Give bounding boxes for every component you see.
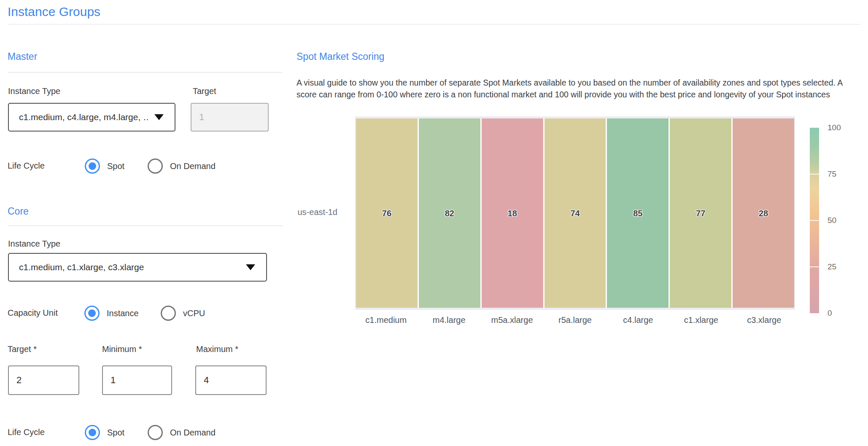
core-instance-type-select[interactable]: c1.medium, c1.xlarge, c3.xlarge — [8, 253, 267, 282]
core-life-cycle-option-spot[interactable]: Spot — [85, 425, 124, 440]
core-section-heading: Core — [8, 205, 29, 218]
heatmap-x-label: c3.xlarge — [733, 315, 795, 325]
heatmap-x-label: m5a.xlarge — [481, 315, 543, 325]
colorbar-tick-label: 100 — [828, 123, 841, 132]
master-life-cycle-label: Life Cycle — [8, 161, 45, 171]
heatmap-cell-value: 85 — [607, 208, 669, 218]
heatmap-row-label: us-east-1d — [276, 207, 337, 217]
heatmap-cell: 74 — [545, 118, 606, 308]
heatmap-cell: 77 — [670, 118, 731, 308]
heatmap-cell: 76 — [356, 118, 418, 308]
colorbar-divider-line — [810, 174, 819, 175]
heatmap-cell: 85 — [607, 118, 669, 308]
core-instance-type-value: c1.medium, c1.xlarge, c3.xlarge — [19, 262, 240, 272]
core-instance-type-label: Instance Type — [8, 239, 60, 249]
core-life-cycle-row: Life Cycle Spot On Demand — [0, 425, 278, 440]
master-instance-type-select[interactable]: c1.medium, c4.large, m4.large, … — [8, 103, 175, 132]
radio-icon — [148, 425, 163, 440]
radio-icon — [85, 425, 100, 440]
chevron-down-icon — [154, 114, 164, 120]
heatmap-cell-value: 76 — [356, 208, 418, 218]
core-capacity-unit-row: Capacity Unit Instance vCPU — [0, 306, 278, 321]
heatmap-cell: 82 — [419, 118, 480, 308]
title-divider — [8, 24, 860, 24]
heatmap-x-label: r5a.large — [544, 315, 606, 325]
colorbar-divider-line — [810, 220, 819, 221]
master-target-input[interactable] — [191, 103, 269, 132]
heatmap-cell: 18 — [482, 118, 543, 308]
heatmap-cell-value: 28 — [733, 208, 794, 218]
master-target-label: Target — [193, 86, 216, 96]
colorbar-tick-label: 75 — [828, 169, 836, 179]
master-instance-type-label: Instance Type — [8, 86, 60, 96]
core-minimum-label: Minimum * — [102, 344, 142, 354]
heatmap-x-label: c1.xlarge — [670, 315, 732, 325]
heatmap-x-label: c1.medium — [355, 315, 417, 325]
heatmap-cell: 28 — [733, 118, 794, 308]
colorbar-tick-label: 50 — [828, 216, 836, 225]
instance-groups-page: Instance Groups Master Instance Type c1.… — [0, 0, 868, 446]
heatmap-cells: 76821874857728 — [356, 118, 794, 308]
heatmap-cell-value: 18 — [482, 208, 543, 218]
heatmap-x-axis-labels: c1.mediumm4.largem5a.xlarger5a.largec4.l… — [355, 315, 795, 325]
colorbar-divider-line — [810, 266, 819, 267]
page-title: Instance Groups — [8, 4, 100, 20]
core-maximum-label: Maximum * — [196, 344, 238, 354]
colorbar-tick-label: 0 — [828, 309, 832, 318]
core-capacity-unit-label: Capacity Unit — [8, 308, 58, 318]
heatmap-cell-value: 82 — [419, 208, 480, 218]
colorbar-tick-label: 25 — [828, 262, 836, 271]
core-target-input[interactable] — [8, 365, 79, 395]
core-maximum-input[interactable] — [195, 365, 267, 395]
heatmap-x-label: c4.large — [607, 315, 669, 325]
master-instance-type-value: c1.medium, c4.large, m4.large, … — [19, 112, 148, 122]
core-capacity-option-vcpu[interactable]: vCPU — [161, 306, 205, 321]
core-capacity-option-instance[interactable]: Instance — [84, 306, 139, 321]
scoring-heading: Spot Market Scoring — [297, 50, 384, 63]
core-minimum-input[interactable] — [102, 365, 172, 395]
core-divider — [8, 226, 283, 226]
master-life-cycle-row: Life Cycle Spot On Demand — [0, 159, 278, 174]
radio-icon — [85, 159, 100, 174]
core-life-cycle-label: Life Cycle — [8, 427, 45, 437]
heatmap-plot-area: 76821874857728 — [355, 116, 795, 310]
radio-icon — [161, 306, 176, 321]
master-life-cycle-option-on-demand[interactable]: On Demand — [148, 159, 216, 174]
heatmap-colorbar — [810, 128, 819, 313]
heatmap-cell-value: 74 — [545, 208, 606, 218]
heatmap-cell-value: 77 — [670, 208, 731, 218]
chevron-down-icon — [246, 264, 255, 270]
master-life-cycle-option-spot[interactable]: Spot — [85, 159, 124, 174]
master-section-heading: Master — [8, 50, 37, 63]
radio-icon — [148, 159, 163, 174]
core-life-cycle-option-on-demand[interactable]: On Demand — [148, 425, 216, 440]
scoring-description: A visual guide to show you the number of… — [297, 77, 863, 100]
radio-icon — [84, 306, 100, 321]
core-target-label: Target * — [8, 344, 37, 354]
heatmap-x-label: m4.large — [418, 315, 480, 325]
master-divider — [8, 72, 283, 73]
